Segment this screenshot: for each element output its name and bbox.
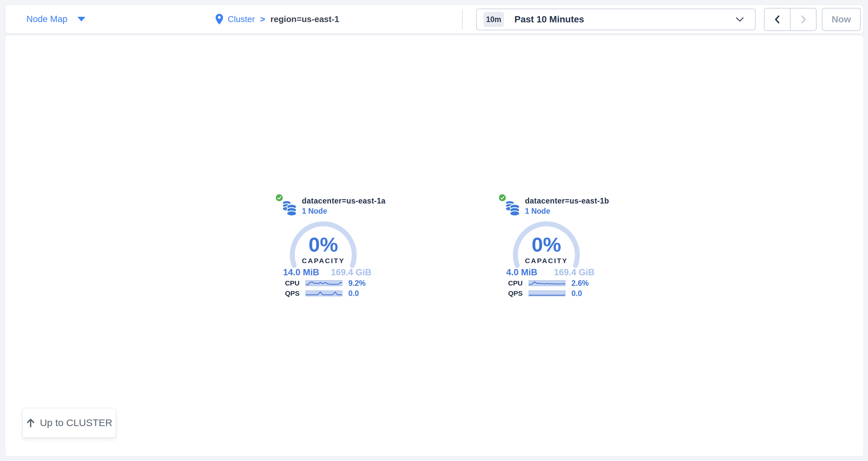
- arrow-up-icon: [26, 418, 35, 428]
- chevron-left-icon: [773, 14, 782, 24]
- time-prev-button[interactable]: [765, 8, 790, 30]
- capacity-caption: CAPACITY: [500, 257, 593, 265]
- locality-card-us-east-1a[interactable]: datacenter=us-east-1a 1 Node 0% CAPACITY…: [277, 193, 379, 303]
- cpu-sparkline: [529, 280, 565, 286]
- qps-sparkline: [529, 290, 565, 296]
- breadcrumb-cluster-link[interactable]: Cluster: [228, 14, 255, 24]
- time-window-badge: 10m: [484, 12, 504, 27]
- metric-value: 2.6%: [571, 279, 589, 288]
- up-to-cluster-label: Up to CLUSTER: [40, 417, 112, 428]
- locality-title: datacenter=us-east-1b: [525, 196, 609, 205]
- breadcrumb: Cluster > region=us-east-1: [216, 5, 339, 33]
- breadcrumb-separator: >: [260, 14, 265, 24]
- chevron-right-icon: [799, 14, 808, 24]
- metric-row-cpu: CPU 9.2%: [277, 280, 379, 287]
- topbar: Node Map Cluster > region=us-east-1 10m …: [5, 5, 864, 34]
- metric-row-qps: QPS 0.0: [277, 290, 379, 297]
- locality-node-count[interactable]: 1 Node: [525, 206, 550, 216]
- time-window-label: Past 10 Minutes: [515, 14, 584, 25]
- node-map-canvas: datacenter=us-east-1a 1 Node 0% CAPACITY…: [5, 35, 864, 457]
- cpu-sparkline: [306, 280, 342, 286]
- capacity-values: 14.0 MiB 169.4 GiB: [283, 267, 371, 277]
- capacity-used: 14.0 MiB: [283, 267, 319, 277]
- capacity-total: 169.4 GiB: [554, 267, 594, 277]
- locality-card-us-east-1b[interactable]: datacenter=us-east-1b 1 Node 0% CAPACITY…: [500, 193, 602, 303]
- capacity-used: 4.0 MiB: [506, 267, 537, 277]
- time-nav-group: [764, 8, 816, 31]
- caret-down-icon: [78, 17, 85, 22]
- metric-label: CPU: [277, 279, 300, 287]
- qps-sparkline: [306, 290, 342, 296]
- metric-label: QPS: [500, 290, 523, 297]
- topbar-divider: [462, 9, 463, 29]
- now-button[interactable]: Now: [822, 8, 861, 31]
- locality-title: datacenter=us-east-1a: [302, 196, 385, 205]
- capacity-values: 4.0 MiB 169.4 GiB: [506, 267, 594, 277]
- locality-node-count[interactable]: 1 Node: [302, 206, 327, 216]
- breadcrumb-current: region=us-east-1: [271, 14, 339, 24]
- time-next-button[interactable]: [790, 8, 816, 30]
- node-map-page: Node Map Cluster > region=us-east-1 10m …: [0, 0, 868, 461]
- metric-label: QPS: [277, 290, 300, 297]
- database-stack-icon: [504, 200, 521, 217]
- metric-row-qps: QPS 0.0: [500, 290, 602, 297]
- view-selector-dropdown[interactable]: Node Map: [26, 5, 85, 33]
- database-stack-icon: [281, 200, 298, 217]
- capacity-percent: 0%: [500, 234, 593, 255]
- metric-value: 9.2%: [348, 279, 366, 288]
- view-selector-label: Node Map: [26, 14, 67, 24]
- metric-value: 0.0: [348, 289, 359, 298]
- up-to-cluster-button[interactable]: Up to CLUSTER: [23, 408, 116, 438]
- location-pin-icon: [216, 14, 223, 25]
- time-window-dropdown[interactable]: 10m Past 10 Minutes: [476, 8, 756, 30]
- chevron-down-icon: [736, 17, 744, 22]
- capacity-percent: 0%: [277, 234, 370, 255]
- metric-value: 0.0: [571, 289, 582, 298]
- metric-row-cpu: CPU 2.6%: [500, 280, 602, 287]
- metric-label: CPU: [500, 279, 523, 287]
- capacity-caption: CAPACITY: [277, 257, 370, 265]
- capacity-total: 169.4 GiB: [331, 267, 371, 277]
